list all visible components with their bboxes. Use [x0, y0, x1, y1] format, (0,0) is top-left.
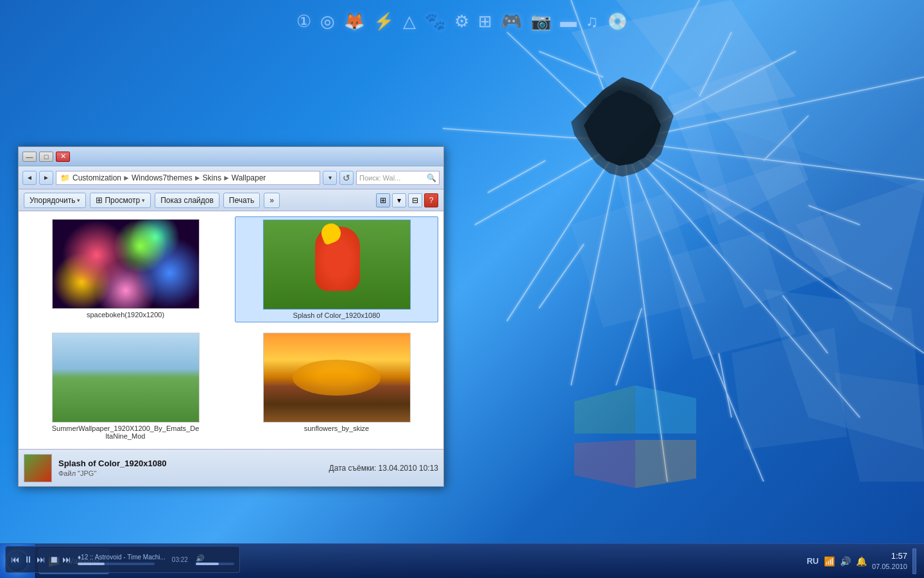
view-button[interactable]: ⊞ Просмотр ▾ — [90, 193, 151, 208]
dock-icon-wolf[interactable]: 🐾 — [425, 12, 445, 31]
dock-icon-4[interactable]: ⊞ — [478, 12, 492, 31]
dock-icon-triangle[interactable]: △ — [403, 12, 416, 31]
system-tray: RU 📶 🔊 🔔 1:57 07.05.2010 — [807, 548, 924, 574]
breadcrumb[interactable]: 📁 Customization ► Windows7themes ► Skins… — [56, 171, 320, 185]
file-item-1[interactable]: spacebokeh(1920x1200) — [24, 216, 227, 322]
dropdown-button[interactable]: ▾ — [323, 171, 337, 185]
search-placeholder: Поиск: Wal... — [359, 174, 427, 182]
forward-button[interactable]: ► — [39, 171, 53, 185]
dock-icon-disc[interactable]: 💿 — [607, 12, 628, 31]
file-thumb-2 — [263, 220, 411, 310]
layout-button[interactable]: ⊟ — [408, 193, 422, 207]
status-thumbnail — [24, 454, 52, 482]
sunflowers-thumbnail — [264, 333, 410, 422]
svg-marker-38 — [635, 385, 696, 434]
top-icons-bar: ① ◎ 🦊 ⚡ △ 🐾 ⚙ ⊞ 🎮 📷 ▬ ♫ 💿 — [296, 12, 628, 31]
search-icon[interactable]: 🔍 — [427, 173, 436, 182]
volume-icon: 🔊 — [196, 554, 234, 563]
maximize-button[interactable]: □ — [39, 152, 53, 162]
file-name-1: spacebokeh(1920x1200) — [87, 311, 164, 319]
clock-time: 1:57 — [872, 550, 907, 562]
svg-marker-39 — [574, 385, 635, 434]
dock-icon-steam[interactable]: ⚙ — [454, 12, 469, 31]
volume-slider[interactable] — [196, 563, 234, 565]
dock-icon-1[interactable]: ◎ — [320, 12, 335, 31]
media-track-info: ♦12 :: Astrovoid - Time Machi... — [78, 554, 166, 561]
svg-line-35 — [488, 161, 545, 193]
file-name-2: Splash of Color_1920x1080 — [293, 311, 381, 319]
file-item-4[interactable]: sunflowers_by_skize — [235, 330, 438, 442]
parrot-thumbnail — [264, 220, 410, 309]
breadcrumb-part-2[interactable]: Windows7themes — [132, 173, 193, 182]
thumbnail-view-button[interactable]: ⊞ — [376, 193, 390, 207]
close-button[interactable]: ✕ — [56, 152, 70, 162]
breadcrumb-folder-icon: 📁 — [60, 173, 70, 182]
status-date: Дата съёмки: 13.04.2010 10:13 — [329, 464, 438, 473]
toolbar-right: ⊞ ▾ ⊟ ? — [376, 193, 438, 207]
media-play-pause-button[interactable]: ⏸ — [24, 554, 33, 565]
show-desktop-button[interactable] — [912, 548, 916, 574]
notification-icon[interactable]: 🔔 — [856, 556, 867, 566]
file-thumb-1 — [52, 219, 200, 309]
breadcrumb-part-3[interactable]: Skins — [203, 173, 221, 182]
clock-date: 07.05.2010 — [872, 562, 907, 572]
bokeh-thumbnail — [53, 220, 199, 308]
file-name-4: sunflowers_by_skize — [304, 425, 370, 432]
file-name-3: SummerWallpaper_1920X1200_By_Emats_Delta… — [52, 425, 200, 440]
media-stop-button[interactable]: ⏹ — [49, 554, 58, 565]
media-end-button[interactable]: ⏭ — [62, 554, 71, 565]
svg-line-34 — [539, 244, 584, 308]
dock-icon-gamepad[interactable]: 🎮 — [501, 12, 522, 31]
dock-icon-minus[interactable]: ▬ — [560, 12, 577, 31]
explorer-window: — □ ✕ ◄ ► 📁 Customization ► Windows7them… — [18, 146, 444, 487]
svg-marker-10 — [834, 372, 924, 482]
breadcrumb-part-1[interactable]: Customization — [73, 173, 121, 182]
taskbar: ⏮ ⏸ ⏭ ⏹ ⏭ ♦12 :: Astrovoid - Time Machi.… — [0, 543, 924, 578]
file-item-2[interactable]: Splash of Color_1920x1080 — [235, 216, 438, 322]
help-button[interactable]: ? — [424, 193, 438, 207]
more-button[interactable]: » — [264, 193, 280, 208]
status-file-title: Splash of Color_1920x1080 — [58, 459, 166, 468]
windows-logo — [571, 372, 699, 501]
breadcrumb-part-4[interactable]: Wallpaper — [232, 173, 266, 182]
media-time: 03:22 — [172, 556, 188, 563]
clock[interactable]: 1:57 07.05.2010 — [872, 550, 907, 572]
svg-marker-11 — [732, 328, 847, 450]
title-bar: — □ ✕ — [19, 147, 443, 166]
status-file-type: Файл "JPG" — [58, 469, 166, 477]
dock-icon-camera[interactable]: 📷 — [531, 12, 551, 31]
media-progress-bar[interactable] — [78, 563, 155, 565]
media-player: ⏮ ⏸ ⏭ ⏹ ⏭ ♦12 :: Astrovoid - Time Machi.… — [5, 546, 240, 573]
svg-marker-41 — [574, 440, 635, 488]
svg-marker-40 — [635, 440, 696, 488]
dock-icon-0[interactable]: ① — [296, 12, 311, 31]
address-bar: ◄ ► 📁 Customization ► Windows7themes ► S… — [19, 166, 443, 189]
language-indicator: RU — [807, 556, 819, 566]
print-button[interactable]: Печать — [223, 193, 260, 208]
file-thumb-4 — [263, 333, 411, 423]
summer-thumbnail — [53, 333, 199, 422]
file-item-3[interactable]: SummerWallpaper_1920X1200_By_Emats_Delta… — [24, 330, 227, 442]
media-prev-button[interactable]: ⏮ — [11, 554, 20, 565]
volume-tray-icon[interactable]: 🔊 — [840, 556, 851, 566]
view-icon: ⊞ — [96, 195, 103, 205]
dock-icon-bolt[interactable]: ⚡ — [373, 12, 394, 31]
search-box[interactable]: Поиск: Wal... 🔍 — [356, 171, 440, 185]
status-date-value: 13.04.2010 10:13 — [379, 464, 438, 473]
refresh-button[interactable]: ↺ — [339, 171, 354, 185]
network-icon[interactable]: 📶 — [824, 556, 835, 566]
media-next-button[interactable]: ⏭ — [37, 554, 46, 565]
file-thumb-3 — [52, 333, 200, 423]
svg-line-32 — [719, 353, 732, 417]
minimize-button[interactable]: — — [22, 152, 37, 162]
volume-fill — [196, 563, 219, 565]
back-button[interactable]: ◄ — [22, 171, 37, 185]
toolbar: Упорядочить ▾ ⊞ Просмотр ▾ Показ слайдов… — [19, 189, 443, 211]
view-toggle-button[interactable]: ▾ — [392, 193, 406, 207]
dock-icon-music[interactable]: ♫ — [586, 12, 599, 31]
media-progress-fill — [78, 563, 105, 565]
file-area: spacebokeh(1920x1200) Splash of Color_19… — [19, 211, 443, 449]
slideshow-button[interactable]: Показ слайдов — [155, 193, 219, 208]
dock-icon-firefox[interactable]: 🦊 — [344, 12, 364, 31]
organize-button[interactable]: Упорядочить ▾ — [24, 193, 86, 208]
